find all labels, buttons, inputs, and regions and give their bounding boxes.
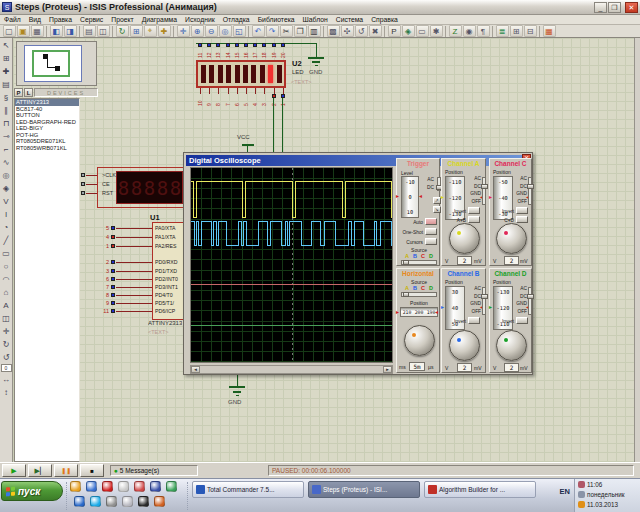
coupling-thumb[interactable]	[527, 184, 534, 189]
minimize-button[interactable]: _	[594, 2, 607, 13]
cut[interactable]: ✂	[280, 25, 293, 37]
quick-launch-4[interactable]	[118, 481, 129, 492]
redo[interactable]: ↷	[266, 25, 279, 37]
task-button-1[interactable]: Steps (Proteus) - ISI...	[308, 481, 420, 498]
quick-launch-1[interactable]	[70, 481, 81, 492]
redraw[interactable]: ↻	[116, 25, 129, 37]
trigger-edge-rising-button[interactable]: ↗	[433, 197, 441, 204]
quick-launch-11[interactable]	[122, 496, 133, 507]
copy[interactable]: ❐	[294, 25, 307, 37]
property-assignment[interactable]: ¶	[477, 25, 490, 37]
block-move[interactable]: ✣	[341, 25, 354, 37]
zoom-out[interactable]: ⊖	[205, 25, 218, 37]
menu-item-11[interactable]: Справка	[367, 15, 402, 25]
trigger-cursors-button[interactable]	[425, 238, 437, 245]
graph-mode[interactable]: ∿	[0, 156, 12, 168]
component-mode[interactable]: ⊞	[0, 52, 12, 64]
angle-field[interactable]: 0	[1, 364, 12, 372]
zoom-all[interactable]: ◎	[219, 25, 232, 37]
menu-item-4[interactable]: Проект	[107, 15, 137, 25]
mirror-horizontal[interactable]: ↔	[0, 373, 12, 385]
text-script-mode[interactable]: §	[0, 91, 12, 103]
led-bargraph-u2[interactable]	[196, 60, 286, 88]
block-copy[interactable]: ▩	[327, 25, 340, 37]
mark-output-area[interactable]: ◫	[97, 25, 110, 37]
scroll-left-icon[interactable]: ◄	[191, 366, 200, 373]
quick-launch-3[interactable]	[102, 481, 113, 492]
menu-item-1[interactable]: Вид	[25, 15, 45, 25]
rotate-anticlockwise[interactable]: ↺	[0, 351, 12, 363]
invert-button[interactable]	[468, 207, 480, 214]
zoom-in[interactable]: ⊕	[191, 25, 204, 37]
current-probe-mode[interactable]: I	[0, 208, 12, 220]
pick-parts-button[interactable]: P	[14, 88, 23, 97]
2d-symbol-mode[interactable]: ◫	[0, 312, 12, 324]
menu-item-3[interactable]: Сервис	[76, 15, 107, 25]
quick-launch-5[interactable]	[134, 481, 145, 492]
channel-b-coupling-slider[interactable]	[482, 287, 486, 315]
2d-line-mode[interactable]: ╱	[0, 234, 12, 246]
virtual-instruments-mode[interactable]: ◔	[0, 221, 12, 233]
trigger-source-slider[interactable]	[401, 260, 437, 265]
device-pins-mode[interactable]: ⌐	[0, 143, 12, 155]
decompose[interactable]: ✱	[430, 25, 443, 37]
oscilloscope-window[interactable]: Digital Oscilloscope ✕ ◄ ► Trigger Level…	[183, 152, 533, 375]
invert-button[interactable]	[516, 207, 528, 214]
coupling-thumb[interactable]	[527, 294, 534, 299]
pick-device[interactable]: P	[388, 25, 401, 37]
c-d-button[interactable]	[516, 216, 528, 223]
new-file[interactable]: ▢	[3, 25, 16, 37]
quick-launch-9[interactable]	[90, 496, 101, 507]
menu-item-6[interactable]: Исходник	[181, 15, 219, 25]
pan[interactable]: ✛	[177, 25, 190, 37]
paste[interactable]: ▥	[308, 25, 321, 37]
channel-c-coupling-slider[interactable]	[528, 177, 532, 205]
2d-circle-mode[interactable]: ○	[0, 260, 12, 272]
wire-autorouter[interactable]: Z	[449, 25, 462, 37]
horizontal-position-slider[interactable]: 210 200 190	[400, 307, 438, 317]
quick-launch-8[interactable]	[74, 496, 85, 507]
remove-sheet[interactable]: ⊟	[524, 25, 537, 37]
menu-item-2[interactable]: Правка	[45, 15, 76, 25]
task-button-2[interactable]: Algorithm Builder for ...	[424, 481, 536, 498]
invert-button[interactable]	[516, 317, 528, 324]
coupling-thumb[interactable]	[481, 184, 488, 189]
close-button[interactable]: ✕	[625, 2, 638, 13]
quick-launch-13[interactable]	[154, 496, 165, 507]
2d-box-mode[interactable]: ▭	[0, 247, 12, 259]
coupling-thumb[interactable]	[481, 294, 488, 299]
subcircuit-mode[interactable]: ⊓	[0, 117, 12, 129]
junction-dot-mode[interactable]: ✚	[0, 65, 12, 77]
trigger-edge-falling-button[interactable]: ↘	[433, 206, 441, 213]
save-design[interactable]: ▦	[31, 25, 44, 37]
quick-launch-7[interactable]	[166, 481, 177, 492]
library-button[interactable]: L	[24, 88, 33, 97]
selection-mode[interactable]: ↖	[0, 39, 12, 51]
task-button-0[interactable]: Total Commander 7.5...	[192, 481, 304, 498]
invert-button[interactable]	[468, 317, 480, 324]
open-design[interactable]: ▣	[17, 25, 30, 37]
cursor-snap[interactable]: ✚	[158, 25, 171, 37]
tray-icon-1[interactable]	[578, 481, 585, 488]
horizontal-timebase-knob[interactable]	[404, 325, 435, 356]
false-origin[interactable]: ⌖	[144, 25, 157, 37]
menu-item-8[interactable]: Библиотека	[254, 15, 299, 25]
channel-d-coupling-slider[interactable]	[528, 287, 532, 315]
make-device[interactable]: ◈	[402, 25, 415, 37]
device-item[interactable]: RT0805WRB071KL	[15, 145, 79, 152]
2d-text-mode[interactable]: A	[0, 299, 12, 311]
start-button[interactable]: пуск	[1, 481, 63, 501]
horizontal-source-slider[interactable]	[401, 292, 437, 297]
mirror-vertical[interactable]: ↕	[0, 386, 12, 398]
zoom-area[interactable]: ◱	[233, 25, 246, 37]
quick-launch-2[interactable]	[86, 481, 97, 492]
message-indicator[interactable]: ● 5 Message(s)	[110, 465, 198, 476]
2d-marker-mode[interactable]: ✛	[0, 325, 12, 337]
voltage-probe-mode[interactable]: V	[0, 195, 12, 207]
quick-launch-10[interactable]	[106, 496, 117, 507]
new-sheet[interactable]: ⊞	[510, 25, 523, 37]
undo[interactable]: ↶	[252, 25, 265, 37]
2d-arc-mode[interactable]: ◠	[0, 273, 12, 285]
channel-b-gain-knob[interactable]	[449, 330, 480, 361]
terminals-mode[interactable]: ⊸	[0, 130, 12, 142]
